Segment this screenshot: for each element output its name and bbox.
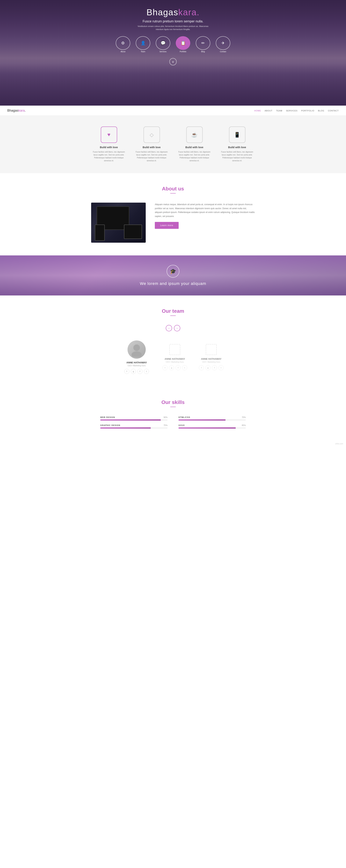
nav-item-contact[interactable]: CONTACT (328, 109, 339, 112)
social-google-2[interactable]: g (205, 365, 210, 370)
nav-link-home[interactable]: HOME (254, 110, 261, 112)
hero-icon-about[interactable]: ⚙ About (115, 36, 131, 53)
svg-point-0 (133, 344, 140, 351)
banner-text: We lorem and ipsum your aliquam (140, 281, 206, 286)
social-facebook-main[interactable]: f (124, 369, 129, 374)
team-prev-icon: ‹ (168, 327, 169, 330)
social-facebook-2[interactable]: f (199, 365, 204, 370)
team-cards: ANNE HATHAWAY CEO / Marketing Guru f g f… (14, 340, 332, 374)
nav-link-about[interactable]: ABOUT (265, 110, 273, 112)
team-prev-button[interactable]: ‹ (166, 325, 172, 331)
team-heading-accent: team (172, 308, 184, 314)
hero-icon-team[interactable]: 👤 Team (135, 36, 151, 53)
skill-pct-1: 70% (242, 416, 246, 418)
about-icon-symbol: ⚙ (121, 41, 125, 45)
team-next-button[interactable]: › (174, 325, 180, 331)
nav-link-services[interactable]: SERVICES (286, 110, 298, 112)
about-icon-label: About (120, 51, 125, 53)
team-member-role-1: CEO / Marketing Guru (166, 361, 184, 363)
team-member-name-main: ANNE HATHAWAY (127, 361, 147, 364)
skill-pct-2: 75% (164, 424, 168, 426)
navbar-brand-dot: . (25, 109, 26, 112)
social-twitter-main[interactable]: t (144, 369, 149, 374)
feature-heart-icon: ♥ (107, 132, 110, 137)
services-icon-shape: 💬 (156, 36, 170, 50)
scroll-down-icon: ∨ (172, 60, 174, 64)
watermark-text: xrhei.com (335, 443, 343, 445)
hero-icon-blog[interactable]: ✏ Blog (195, 36, 211, 53)
social-google-1[interactable]: g (169, 365, 174, 370)
team-member-role-2: CEO / Marketing Guru (202, 361, 220, 363)
team-icon-symbol: 👤 (141, 41, 145, 45)
hero-title-dot: . (197, 7, 199, 17)
skill-bar-bg-0 (100, 420, 168, 421)
blog-icon-symbol: ✏ (201, 41, 205, 45)
skill-name-0: WEB DESIGN (100, 416, 115, 418)
banner-icon-wrap: 🎓 (167, 265, 179, 278)
nav-link-blog[interactable]: BLOG (318, 110, 324, 112)
skill-name-1: HTML/CSS (178, 416, 190, 418)
nav-item-home[interactable]: HOME (254, 109, 261, 112)
skill-bar-bg-1 (178, 420, 246, 421)
team-heading-prefix: Our (162, 308, 171, 314)
social-facebook2-2[interactable]: f (212, 365, 217, 370)
learn-more-button[interactable]: Learn more (155, 222, 179, 229)
skill-bar-fill-0 (100, 420, 161, 421)
device-tablet (124, 224, 142, 239)
nav-item-blog[interactable]: BLOG (318, 109, 324, 112)
device-phone (95, 224, 105, 241)
contact-icon-symbol: ✈ (221, 41, 224, 45)
footer-watermark: xrhei.com (0, 441, 346, 446)
social-twitter-2[interactable]: t (218, 365, 223, 370)
features-section: ♥ Build with love Fusce facilisis velit … (0, 116, 346, 173)
feature-icon-wrap-0: ♥ (101, 126, 117, 143)
feature-diamond-icon: ◇ (150, 132, 154, 138)
team-social-main: f g f t (124, 369, 149, 374)
team-social-1: f g f t (163, 365, 187, 370)
skill-name-3: UI/UX (178, 424, 185, 426)
nav-link-portfolio[interactable]: PORTFOLIO (301, 110, 314, 112)
hero-icon-services[interactable]: 💬 Services (155, 36, 171, 53)
team-avatar-placeholder-2 (206, 344, 217, 355)
social-twitter-1[interactable]: t (182, 365, 187, 370)
hero-content: Bhagaskara. Fusce rutrum pretium lorem s… (0, 0, 346, 31)
skill-item-0: WEB DESIGN 90% (100, 416, 168, 421)
skill-header-3: UI/UX 85% (178, 424, 246, 426)
social-facebook-1[interactable]: f (163, 365, 168, 370)
about-heading-accent: us (178, 186, 184, 191)
feature-title-2: Build with love (185, 146, 203, 149)
skills-heading-prefix: Our (161, 399, 170, 405)
hero-icon-contact[interactable]: ✈ Contact (215, 36, 231, 53)
team-member-name-1: ANNE HATHAWAY (165, 358, 185, 360)
skill-item-2: GRAPHIC DESIGN 75% (100, 424, 168, 429)
social-facebook2-1[interactable]: f (176, 365, 181, 370)
nav-link-team[interactable]: TEAM (276, 110, 282, 112)
team-avatar-placeholder-1 (169, 344, 180, 355)
nav-item-about[interactable]: ABOUT (265, 109, 273, 112)
nav-item-portfolio[interactable]: PORTFOLIO (301, 109, 314, 112)
hero-description: Vestibulum ornare colous plisi, fermentu… (137, 25, 209, 31)
team-member-role-main: CEO / Marketing Guru (128, 365, 146, 367)
graduation-icon: 🎓 (170, 268, 176, 274)
hero-title: Bhagaskara. (0, 7, 346, 17)
nav-item-services[interactable]: SERVICES (286, 109, 298, 112)
skill-bar-bg-3 (178, 428, 246, 429)
feature-icon-wrap-3: 📱 (229, 126, 245, 143)
skills-heading: Our skills (161, 399, 185, 405)
feature-item-0: ♥ Build with love Fusce facilisis velit … (91, 126, 127, 162)
scroll-down-button[interactable]: ∨ (169, 58, 177, 65)
social-google-main[interactable]: g (131, 369, 136, 374)
skills-section-title: Our skills (14, 399, 332, 407)
services-icon-label: Services (160, 51, 167, 53)
hero-title-main: Bhagas (146, 7, 178, 17)
features-grid: ♥ Build with love Fusce facilisis velit … (91, 126, 255, 162)
nav-item-team[interactable]: TEAM (276, 109, 282, 112)
skills-grid: WEB DESIGN 90% HTML/CSS 70% GRAPHIC DESI… (100, 416, 246, 429)
portfolio-icon-shape: 📋 (176, 36, 190, 50)
feature-desc-3: Fusce facilisis velit libero, nec dignis… (219, 151, 255, 162)
feature-title-3: Build with love (228, 146, 246, 149)
social-facebook2-main[interactable]: f (137, 369, 142, 374)
nav-link-contact[interactable]: CONTACT (328, 110, 339, 112)
hero-icon-portfolio[interactable]: 📋 Portfolio (175, 36, 191, 53)
skill-header-0: WEB DESIGN 90% (100, 416, 168, 418)
